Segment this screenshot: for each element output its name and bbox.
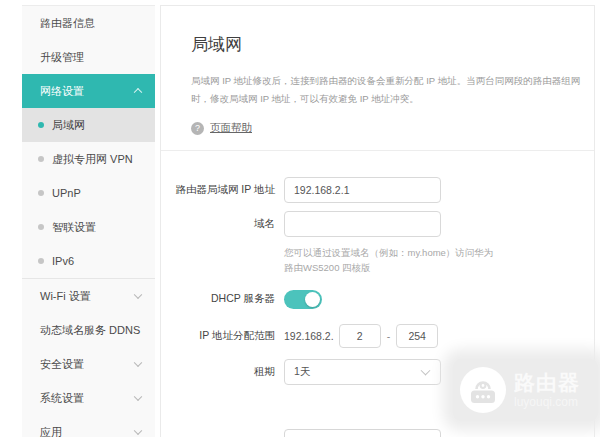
lease-selected-value: 1天 <box>294 365 310 379</box>
sidebar: 路由器信息 升级管理 网络设置 局域网 虚拟专用网 VPN UPnP 智联设置 … <box>22 5 155 437</box>
sidebar-item-wifi[interactable]: Wi-Fi 设置 <box>22 279 155 313</box>
help-icon: ? <box>191 122 204 135</box>
bullet-icon <box>38 156 44 162</box>
chevron-down-icon <box>421 365 431 375</box>
page-title: 局域网 <box>191 33 564 56</box>
bullet-icon <box>38 258 44 264</box>
sidebar-item-label: 升级管理 <box>40 50 84 65</box>
sidebar-item-smart-link[interactable]: 智联设置 <box>22 210 155 244</box>
sidebar-item-label: 动态域名服务 DDNS <box>40 323 140 338</box>
sidebar-item-label: 系统设置 <box>40 391 84 406</box>
page-help-link[interactable]: 页面帮助 <box>210 121 252 135</box>
dhcp-toggle[interactable] <box>284 290 322 309</box>
sidebar-item-ddns[interactable]: 动态域名服务 DDNS <box>22 313 155 347</box>
ip-range-separator: - <box>387 330 391 342</box>
dhcp-row: DHCP 服务器 <box>161 290 594 309</box>
ip-range-row: IP 地址分配范围 192.168.2. - <box>161 324 594 348</box>
lan-ip-input[interactable] <box>284 177 441 203</box>
sidebar-item-ipv6[interactable]: IPv6 <box>22 244 155 278</box>
chevron-down-icon <box>134 393 142 401</box>
sidebar-item-upnp[interactable]: UPnP <box>22 176 155 210</box>
lease-select[interactable]: 1天 <box>284 359 441 385</box>
page-description: 局域网 IP 地址修改后，连接到路由器的设备会重新分配 IP 地址。当两台同网段… <box>191 72 595 107</box>
watermark-text: 路由器 luyouqi.com <box>514 371 580 408</box>
bullet-icon <box>38 224 44 230</box>
sidebar-item-label: 路由器信息 <box>40 16 95 31</box>
sidebar-item-system[interactable]: 系统设置 <box>22 381 155 415</box>
chevron-down-icon <box>134 359 142 367</box>
router-admin-page: 路由器信息 升级管理 网络设置 局域网 虚拟专用网 VPN UPnP 智联设置 … <box>0 0 600 437</box>
chevron-up-icon <box>134 88 142 96</box>
watermark: 路由器 luyouqi.com <box>453 359 598 421</box>
ip-range-end-input[interactable] <box>396 324 438 348</box>
page-help: ? 页面帮助 <box>191 121 564 135</box>
sidebar-item-label: 应用 <box>40 425 62 437</box>
sidebar-item-router-info[interactable]: 路由器信息 <box>22 6 155 40</box>
sidebar-item-label: 网络设置 <box>40 84 84 99</box>
sidebar-item-upgrade[interactable]: 升级管理 <box>22 40 155 74</box>
bullet-icon <box>38 190 44 196</box>
ip-range-fields: 192.168.2. - <box>284 324 438 348</box>
router-icon <box>461 368 505 412</box>
domain-row: 域名 <box>161 211 594 237</box>
sidebar-item-label: UPnP <box>52 187 81 199</box>
ip-range-prefix: 192.168.2. <box>284 330 334 342</box>
sidebar-item-label: 虚拟专用网 VPN <box>52 152 133 167</box>
sidebar-group-network-settings[interactable]: 网络设置 <box>22 74 155 108</box>
domain-input[interactable] <box>284 211 441 237</box>
save-button[interactable]: 保存 <box>284 429 441 437</box>
sidebar-item-label: IPv6 <box>52 255 74 267</box>
watermark-domain: luyouqi.com <box>514 395 580 409</box>
domain-hint: 您可以通过设置域名（例如：my.home）访问华为路由WS5200 四核版 <box>284 245 498 275</box>
watermark-logo <box>460 367 506 413</box>
watermark-title: 路由器 <box>514 371 580 394</box>
sidebar-item-lan[interactable]: 局域网 <box>22 108 155 142</box>
dhcp-label: DHCP 服务器 <box>161 292 284 306</box>
page-header: 局域网 局域网 IP 地址修改后，连接到路由器的设备会重新分配 IP 地址。当两… <box>161 6 594 151</box>
ip-range-start-input[interactable] <box>339 324 381 348</box>
toggle-knob-icon <box>305 292 320 307</box>
sidebar-item-label: 安全设置 <box>40 357 84 372</box>
sidebar-item-label: 局域网 <box>52 118 85 133</box>
sidebar-item-security[interactable]: 安全设置 <box>22 347 155 381</box>
sidebar-item-apps[interactable]: 应用 <box>22 415 155 437</box>
domain-label: 域名 <box>161 217 284 231</box>
ip-range-label: IP 地址分配范围 <box>161 329 284 343</box>
chevron-down-icon <box>134 291 142 299</box>
sidebar-item-label: 智联设置 <box>52 220 96 235</box>
lan-ip-label: 路由器局域网 IP 地址 <box>161 183 284 197</box>
sidebar-item-vpn[interactable]: 虚拟专用网 VPN <box>22 142 155 176</box>
sidebar-item-label: Wi-Fi 设置 <box>40 289 91 304</box>
chevron-down-icon <box>134 427 142 435</box>
lan-ip-row: 路由器局域网 IP 地址 <box>161 177 594 203</box>
lease-label: 租期 <box>161 365 284 379</box>
bullet-icon <box>38 122 44 128</box>
